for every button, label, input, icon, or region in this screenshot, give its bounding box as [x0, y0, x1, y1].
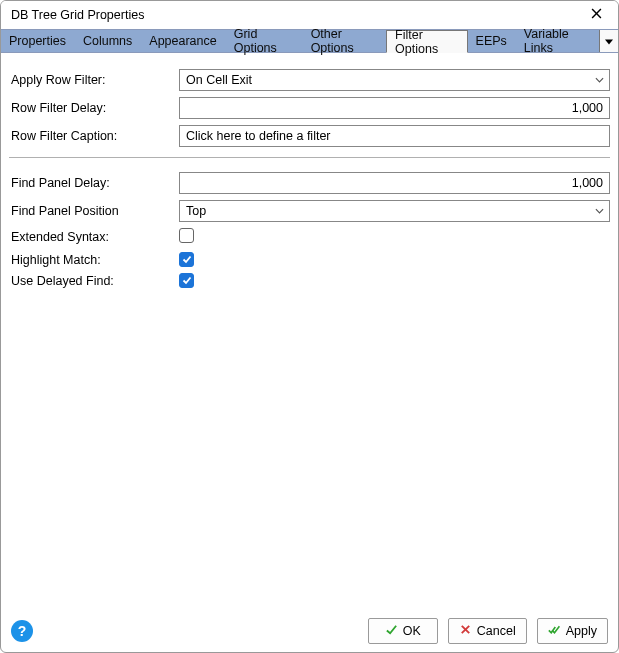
- ok-button[interactable]: OK: [368, 618, 438, 644]
- window-title: DB Tree Grid Properties: [11, 8, 144, 22]
- tab-overflow-button[interactable]: [599, 30, 618, 52]
- label-use-delayed-find: Use Delayed Find:: [9, 274, 179, 288]
- close-icon: [459, 623, 472, 639]
- row-use-delayed-find: Use Delayed Find:: [9, 273, 610, 288]
- chevron-down-icon: [605, 34, 613, 48]
- label-find-panel-delay: Find Panel Delay:: [9, 176, 179, 190]
- apply-button[interactable]: Apply: [537, 618, 608, 644]
- cancel-button[interactable]: Cancel: [448, 618, 527, 644]
- check-icon: [182, 274, 192, 288]
- row-highlight-match: Highlight Match:: [9, 252, 610, 267]
- help-button[interactable]: ?: [11, 620, 33, 642]
- input-find-panel-delay[interactable]: 1,000: [179, 172, 610, 194]
- numeric-value: 1,000: [186, 101, 603, 115]
- row-find-panel-delay: Find Panel Delay: 1,000: [9, 172, 610, 194]
- close-icon: [591, 8, 602, 22]
- footer: ? OK Cancel Apply: [1, 610, 618, 652]
- titlebar: DB Tree Grid Properties: [1, 1, 618, 29]
- row-extended-syntax: Extended Syntax:: [9, 228, 610, 246]
- checkbox-highlight-match[interactable]: [179, 252, 194, 267]
- tab-filter-options[interactable]: Filter Options: [386, 30, 467, 53]
- select-value: On Cell Exit: [186, 73, 252, 87]
- tab-other-options[interactable]: Other Options: [303, 30, 386, 52]
- tab-columns[interactable]: Columns: [75, 30, 141, 52]
- chevron-down-icon: [595, 208, 604, 214]
- label-find-panel-position: Find Panel Position: [9, 204, 179, 218]
- tab-eeps[interactable]: EEPs: [468, 30, 516, 52]
- row-row-filter-caption: Row Filter Caption:: [9, 125, 610, 147]
- row-apply-row-filter: Apply Row Filter: On Cell Exit: [9, 69, 610, 91]
- tab-properties[interactable]: Properties: [1, 30, 75, 52]
- check-icon: [385, 623, 398, 639]
- label-row-filter-delay: Row Filter Delay:: [9, 101, 179, 115]
- tab-variable-links[interactable]: Variable Links: [516, 30, 599, 52]
- checkbox-use-delayed-find[interactable]: [179, 273, 194, 288]
- checkbox-extended-syntax[interactable]: [179, 228, 194, 243]
- cancel-label: Cancel: [477, 624, 516, 638]
- row-find-panel-position: Find Panel Position Top: [9, 200, 610, 222]
- tab-bar: Properties Columns Appearance Grid Optio…: [1, 29, 618, 53]
- divider: [9, 157, 610, 158]
- select-find-panel-position[interactable]: Top: [179, 200, 610, 222]
- select-apply-row-filter[interactable]: On Cell Exit: [179, 69, 610, 91]
- check-icon: [182, 253, 192, 267]
- close-button[interactable]: [582, 4, 610, 26]
- ok-label: OK: [403, 624, 421, 638]
- label-apply-row-filter: Apply Row Filter:: [9, 73, 179, 87]
- dialog-window: DB Tree Grid Properties Properties Colum…: [0, 0, 619, 653]
- tab-grid-options[interactable]: Grid Options: [226, 30, 303, 52]
- label-row-filter-caption: Row Filter Caption:: [9, 129, 179, 143]
- row-row-filter-delay: Row Filter Delay: 1,000: [9, 97, 610, 119]
- numeric-value: 1,000: [186, 176, 603, 190]
- double-check-icon: [548, 623, 561, 639]
- select-value: Top: [186, 204, 206, 218]
- label-highlight-match: Highlight Match:: [9, 253, 179, 267]
- input-row-filter-caption[interactable]: [179, 125, 610, 147]
- label-extended-syntax: Extended Syntax:: [9, 230, 179, 244]
- apply-label: Apply: [566, 624, 597, 638]
- content-panel: Apply Row Filter: On Cell Exit Row Filte…: [1, 53, 618, 610]
- svg-marker-2: [605, 40, 613, 45]
- input-row-filter-delay[interactable]: 1,000: [179, 97, 610, 119]
- chevron-down-icon: [595, 77, 604, 83]
- help-icon: ?: [18, 623, 27, 639]
- tab-appearance[interactable]: Appearance: [141, 30, 225, 52]
